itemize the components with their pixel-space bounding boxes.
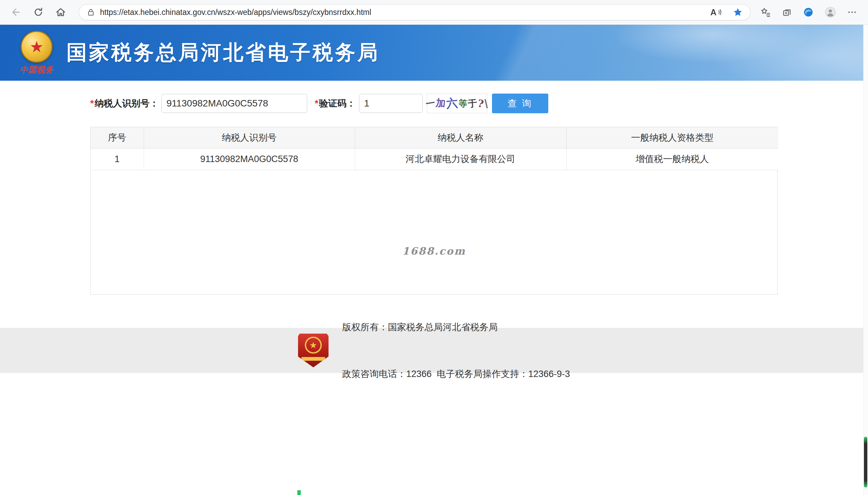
captcha-char: \ [484,97,489,110]
captcha-char: 六 [445,95,458,112]
edge-browser-essentials-icon[interactable] [803,7,814,18]
refresh-button[interactable] [30,3,47,21]
col-header-qualification-type: 一般纳税人资格类型 [566,127,778,148]
profile-avatar-icon[interactable] [824,6,836,18]
captcha-input[interactable] [359,94,423,113]
watermark-text: 1688.com [402,245,466,257]
refresh-icon [33,6,44,18]
url-text[interactable]: https://etax.hebei.chinatax.gov.cn/wszx-… [100,8,710,17]
page-footer: ★ 版权所有：国家税务总局河北省税务局 政策咨询电话：12366 电子税务局操作… [0,328,868,373]
site-title: 国家税务总局河北省电子税务局 [66,39,380,66]
captcha-char: 加 [435,96,446,111]
scrollbar-thumb[interactable] [864,437,867,488]
captcha-char: 于 [467,97,477,110]
cell-taxpayer-name: 河北卓耀电力设备有限公司 [355,148,566,170]
national-tax-emblem-icon: ★ [21,31,53,63]
required-marker: * [314,98,318,109]
site-header-banner: ★ 中国税务 国家税务总局河北省电子税务局 [0,25,868,81]
footer-text: 版权所有：国家税务总局河北省税务局 政策咨询电话：12366 电子税务局操作支持… [342,288,570,413]
favorite-star-icon[interactable] [733,7,743,17]
back-arrow-icon [10,6,22,18]
cell-qualification-type: 增值税一般纳税人 [566,148,778,170]
copyright-line: 版权所有：国家税务总局河北省税务局 [342,319,570,335]
captcha-label: 验证码： [319,97,356,109]
favorites-hub-icon[interactable] [760,7,771,18]
captcha-char: 一 [425,97,436,110]
back-button[interactable] [7,3,25,21]
taskbar-indicator-artifact [297,490,301,495]
query-form: * 纳税人识别号： * 验证码： 一 加 六 等 于 ? \ 查 询 [90,93,868,113]
read-aloud-icon[interactable]: A [710,7,722,17]
table-header-row: 序号 纳税人识别号 纳税人名称 一般纳税人资格类型 [90,127,778,148]
query-button[interactable]: 查 询 [492,93,548,113]
hotline-line: 政策咨询电话：12366 电子税务局操作支持：12366-9-3 [342,366,570,382]
captcha-char: ? [477,97,484,110]
taxpayer-id-input[interactable] [161,94,307,113]
table-row: 1 91130982MA0G0C5578 河北卓耀电力设备有限公司 增值税一般纳… [90,148,778,170]
captcha-char: 等 [457,97,468,110]
col-header-taxpayer-id: 纳税人识别号 [144,127,355,148]
address-bar[interactable]: https://etax.hebei.chinatax.gov.cn/wszx-… [79,4,751,20]
scrollbar-track[interactable] [863,25,868,495]
col-header-taxpayer-name: 纳税人名称 [355,127,566,148]
cell-taxpayer-id: 91130982MA0G0C5578 [144,148,355,170]
tax-logo-caption: 中国税务 [20,64,54,75]
result-table: 序号 纳税人识别号 纳税人名称 一般纳税人资格类型 1 91130982MA0G… [90,127,778,170]
tax-badge-icon: ★ [298,334,328,368]
read-aloud-waves-icon [717,8,722,17]
collections-icon[interactable] [782,7,792,17]
cell-index: 1 [90,148,144,170]
home-button[interactable] [52,3,69,21]
lock-icon[interactable] [86,8,95,17]
result-table-container: 序号 纳税人识别号 纳税人名称 一般纳税人资格类型 1 91130982MA0G… [90,127,778,295]
badge-ring: ★ [305,337,322,354]
toolbar-right-icons [758,6,863,18]
read-aloud-letter: A [710,7,716,17]
browser-toolbar: https://etax.hebei.chinatax.gov.cn/wszx-… [0,0,868,25]
required-marker: * [90,98,94,109]
home-icon [55,6,66,18]
tax-logo: ★ 中国税务 [16,31,58,75]
captcha-image[interactable]: 一 加 六 等 于 ? \ [427,93,487,113]
taxpayer-id-label: 纳税人识别号： [95,97,159,109]
col-header-index: 序号 [90,127,144,148]
badge-band [302,357,325,361]
more-menu-icon[interactable] [847,7,857,17]
